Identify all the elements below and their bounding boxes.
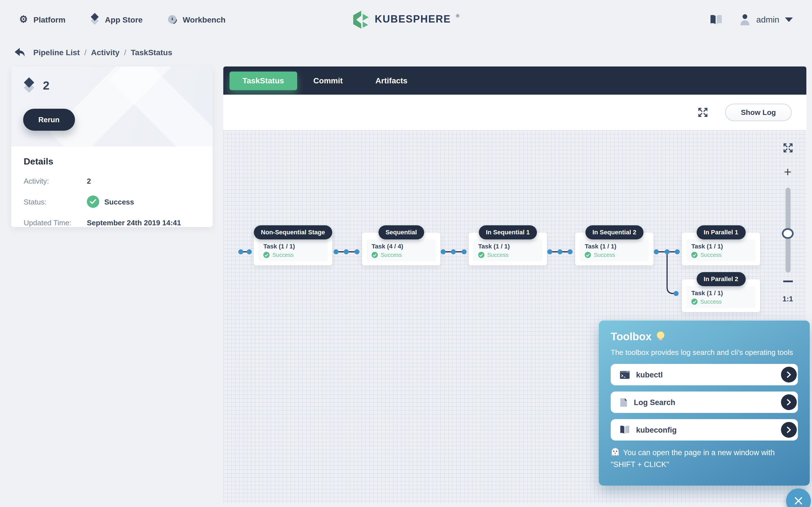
toolbox-item-label: kubeconfig bbox=[636, 426, 677, 434]
nav-item-label: Platform bbox=[34, 15, 66, 24]
canvas-zoom-controls: + 1:1 bbox=[776, 143, 800, 303]
toolbox-item-kubeconfig[interactable]: kubeconfig bbox=[611, 419, 798, 441]
success-icon bbox=[87, 195, 99, 208]
status-value: Success bbox=[87, 195, 134, 208]
chevron-right-icon[interactable] bbox=[781, 367, 797, 383]
success-icon bbox=[263, 252, 269, 258]
detail-value: September 24th 2019 14:41 bbox=[87, 218, 181, 227]
stage-in-parallel-1[interactable]: In Parallel 1 Task (1 / 1) Success bbox=[682, 233, 760, 265]
detail-row-status: Status: Success bbox=[24, 195, 200, 209]
logo-text: KUBESPHERE bbox=[375, 13, 451, 25]
nav-item-label: Workbench bbox=[183, 15, 225, 24]
task-summary: Task (1 / 1) Success bbox=[686, 239, 756, 262]
fullscreen-icon[interactable] bbox=[698, 107, 708, 118]
back-icon[interactable] bbox=[14, 47, 26, 57]
nav-item-app-store[interactable]: App Store bbox=[90, 14, 143, 25]
stage-name-badge: Sequential bbox=[378, 225, 424, 239]
ghost-icon bbox=[611, 447, 620, 456]
avatar-icon bbox=[739, 13, 751, 25]
activity-summary-card: 2 Rerun Details Activity: 2 Status: Succ… bbox=[11, 66, 213, 227]
toolbox-items: kubectl Log Search bbox=[611, 364, 798, 441]
global-nav: ⚙ Platform App Store Workbench bbox=[19, 14, 225, 25]
bulb-icon bbox=[657, 331, 665, 343]
toolbox-item-kubectl[interactable]: kubectl bbox=[611, 364, 798, 385]
task-status: Success bbox=[478, 251, 538, 259]
task-count: Task (4 / 4) bbox=[371, 242, 431, 250]
toolbox-item-label: kubectl bbox=[636, 371, 663, 379]
activity-number: 2 bbox=[43, 79, 49, 93]
kubeconfig-book-icon bbox=[620, 425, 630, 434]
close-icon bbox=[794, 496, 804, 506]
task-summary: Task (1 / 1) Success bbox=[473, 239, 543, 262]
success-icon bbox=[585, 252, 591, 258]
zoom-in-button[interactable]: + bbox=[784, 166, 792, 179]
task-count: Task (1 / 1) bbox=[691, 289, 751, 297]
breadcrumb-taskstatus[interactable]: TaskStatus bbox=[131, 48, 172, 57]
task-status: Success bbox=[263, 251, 322, 259]
logo-registered-mark: ® bbox=[456, 13, 459, 18]
detail-row-activity: Activity: 2 bbox=[24, 174, 200, 187]
task-status-text: Success bbox=[700, 298, 722, 305]
docs-book-icon[interactable] bbox=[710, 14, 722, 24]
breadcrumb-separator: / bbox=[119, 48, 131, 57]
tab-commit[interactable]: Commit bbox=[297, 71, 359, 90]
show-log-button[interactable]: Show Log bbox=[725, 104, 792, 121]
zoom-ratio-label: 1:1 bbox=[782, 295, 793, 303]
toolbox-title: Toolbox bbox=[611, 331, 798, 343]
task-status: Success bbox=[691, 298, 751, 305]
task-status-text: Success bbox=[700, 251, 722, 259]
breadcrumb-activity[interactable]: Activity bbox=[91, 48, 119, 57]
toolbox-item-label: Log Search bbox=[634, 398, 675, 406]
topbar-right: admin bbox=[710, 13, 793, 25]
rerun-button[interactable]: Rerun bbox=[23, 109, 75, 131]
stage-name-badge: In Sequential 2 bbox=[585, 225, 644, 239]
detail-row-updated-time: Updated Time: September 24th 2019 14:41 bbox=[24, 216, 200, 227]
task-status: Success bbox=[691, 251, 751, 259]
task-count: Task (1 / 1) bbox=[691, 242, 751, 250]
zoom-slider[interactable] bbox=[785, 187, 790, 273]
breadcrumb-separator: / bbox=[80, 48, 91, 57]
tab-taskstatus[interactable]: TaskStatus bbox=[230, 71, 297, 90]
expand-icon[interactable] bbox=[782, 143, 793, 153]
status-text: Success bbox=[104, 198, 134, 206]
stage-in-sequential-2[interactable]: In Sequential 2 Task (1 / 1) Success bbox=[575, 233, 654, 265]
user-name: admin bbox=[756, 15, 779, 24]
zoom-slider-handle[interactable] bbox=[782, 228, 794, 239]
toolbox-title-text: Toolbox bbox=[611, 331, 652, 343]
caret-down-icon bbox=[785, 17, 793, 22]
chevron-right-icon[interactable] bbox=[781, 422, 797, 438]
task-count: Task (1 / 1) bbox=[585, 242, 644, 250]
stage-in-sequential-1[interactable]: In Sequential 1 Task (1 / 1) Success bbox=[469, 233, 547, 265]
detail-label: Updated Time: bbox=[24, 218, 87, 227]
nav-item-workbench[interactable]: Workbench bbox=[167, 15, 225, 24]
summary-card-header: 2 Rerun bbox=[11, 66, 213, 147]
nav-item-label: App Store bbox=[105, 15, 143, 24]
kubesphere-console: ⚙ Platform App Store Workbench bbox=[0, 0, 812, 507]
appstore-icon bbox=[90, 14, 99, 25]
toolbox-note: You can open the page in a new window wi… bbox=[611, 447, 798, 470]
tab-artifacts[interactable]: Artifacts bbox=[359, 71, 424, 90]
nav-item-platform[interactable]: ⚙ Platform bbox=[19, 15, 65, 24]
detail-label: Activity: bbox=[24, 177, 87, 185]
chevron-right-icon[interactable] bbox=[781, 394, 797, 410]
stage-in-parallel-2[interactable]: In Parallel 2 Task (1 / 1) Success bbox=[682, 279, 760, 312]
top-bar: ⚙ Platform App Store Workbench bbox=[0, 0, 812, 39]
toolbox-item-log-search[interactable]: Log Search bbox=[611, 392, 798, 413]
kubesphere-logo[interactable]: KUBESPHERE ® bbox=[353, 10, 459, 29]
stage-non-sequential[interactable]: Non-Sequential Stage Task (1 / 1) Succes… bbox=[254, 233, 332, 265]
task-status-text: Success bbox=[380, 251, 402, 259]
graph-toolbar: Show Log bbox=[223, 95, 806, 130]
task-status-text: Success bbox=[594, 251, 615, 259]
stage-name-badge: Non-Sequential Stage bbox=[253, 225, 332, 239]
task-status-text: Success bbox=[487, 251, 509, 259]
breadcrumb-pipeline-list[interactable]: Pipeline List bbox=[33, 48, 80, 57]
zoom-out-button[interactable] bbox=[783, 281, 793, 282]
gear-icon: ⚙ bbox=[19, 15, 28, 24]
document-icon bbox=[620, 397, 627, 407]
user-menu[interactable]: admin bbox=[739, 13, 793, 25]
stage-name-badge: In Sequential 1 bbox=[478, 225, 537, 239]
task-count: Task (1 / 1) bbox=[263, 242, 322, 250]
task-summary: Task (1 / 1) Success bbox=[258, 239, 327, 262]
stage-sequential[interactable]: Sequential Task (4 / 4) Success bbox=[362, 233, 441, 265]
success-icon bbox=[691, 252, 698, 258]
